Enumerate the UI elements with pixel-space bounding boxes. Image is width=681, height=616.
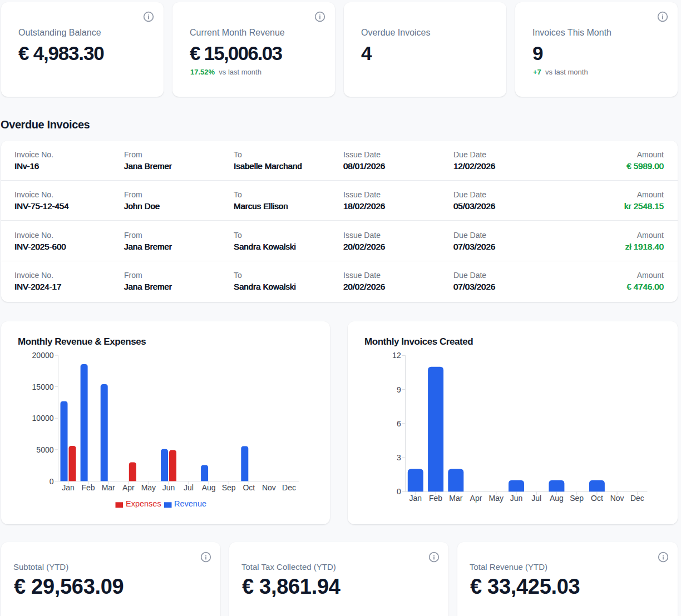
svg-text:Aug: Aug [550,494,564,503]
svg-text:Jan: Jan [62,483,75,492]
svg-text:Aug: Aug [202,483,216,492]
svg-text:Feb: Feb [429,494,442,503]
svg-text:Jul: Jul [531,494,541,503]
svg-text:0: 0 [50,477,54,486]
svg-text:3: 3 [397,453,401,462]
svg-text:Mar: Mar [102,483,115,492]
svg-text:12: 12 [392,351,401,360]
svg-text:9: 9 [397,385,401,394]
svg-text:Oct: Oct [591,494,603,503]
svg-text:Feb: Feb [82,483,95,492]
svg-text:Expenses: Expenses [126,499,161,508]
svg-text:Apr: Apr [470,494,482,503]
svg-text:15000: 15000 [32,382,54,391]
svg-text:Apr: Apr [122,483,135,492]
svg-text:6: 6 [397,419,401,428]
svg-text:May: May [489,494,504,503]
svg-text:Dec: Dec [630,494,644,503]
svg-text:Jun: Jun [162,483,175,492]
svg-text:10000: 10000 [32,414,54,423]
svg-text:Dec: Dec [282,483,296,492]
svg-text:0: 0 [397,487,401,496]
svg-text:Revenue: Revenue [174,499,206,508]
svg-text:Oct: Oct [243,483,255,492]
svg-text:5000: 5000 [36,445,53,454]
svg-text:Nov: Nov [262,483,276,492]
svg-text:Nov: Nov [610,494,624,503]
svg-text:Sep: Sep [570,494,584,503]
svg-text:Jan: Jan [409,494,422,503]
svg-text:Sep: Sep [222,483,236,492]
svg-text:Jul: Jul [184,483,194,492]
svg-text:Jun: Jun [510,494,523,503]
svg-text:Mar: Mar [449,494,462,503]
svg-text:May: May [141,483,156,492]
svg-text:20000: 20000 [32,351,54,360]
